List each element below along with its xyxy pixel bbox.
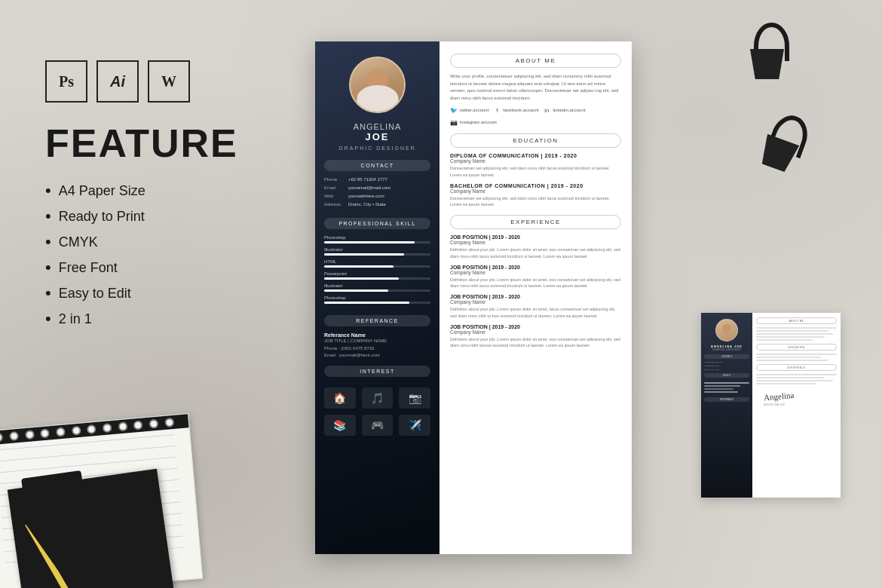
education-item-2: BACHELOR OF COMMUNICATION | 2019 - 2020 … xyxy=(450,183,621,208)
illustrator-icon: Ai xyxy=(96,60,139,103)
twitter-social: 🐦 twitter.account xyxy=(450,106,488,114)
skill-item: HTML xyxy=(324,259,430,268)
experience-section: EXPERIENCE JOB POSITION | 2019 - 2020 Co… xyxy=(450,215,621,348)
cv-thumbnail: ANGELINA JOE GRAPHIC DESIGNER CONTACT yo… xyxy=(701,313,841,498)
skills-header: PROFESSIONAL SKILL xyxy=(324,218,430,229)
thumb-contact-bar: CONTACT xyxy=(704,354,749,359)
interest-icon-5: 🎮 xyxy=(362,415,394,436)
skills-container: Photoshop Illustrator HTML Powerpoint Il… xyxy=(324,235,430,308)
experience-item-3: JOB POSITION | 2019 - 2020 Company Name … xyxy=(450,294,621,319)
thumb-ref-bar: REFERANCE xyxy=(704,397,749,402)
linkedin-icon: in xyxy=(543,106,550,114)
interest-icon-1: 🏠 xyxy=(324,387,356,409)
photoshop-icon: Ps xyxy=(45,60,87,103)
about-text: Write your profile, consectetuer adipisc… xyxy=(450,73,621,102)
skill-item: Illustrator xyxy=(324,247,430,256)
interests-grid: 🏠 🎵 📷 📚 🎮 ✈️ xyxy=(324,387,430,436)
interest-header: INTEREST xyxy=(324,366,430,377)
interest-icon-2: 🎵 xyxy=(362,387,394,409)
avatar xyxy=(349,57,406,113)
thumb-skills-bar: SKILLS xyxy=(704,373,749,378)
experience-item-2: JOB POSITION | 2019 - 2020 Company Name … xyxy=(450,265,621,289)
education-header: EDUCATION xyxy=(450,133,621,148)
thumb-edu-bar: EDUCATION xyxy=(756,344,837,351)
experience-header: EXPERIENCE xyxy=(450,215,621,229)
feature-item-3: CMYK xyxy=(45,232,294,252)
interest-icon-6: ✈️ xyxy=(399,415,430,436)
feature-item-6: 2 in 1 xyxy=(45,309,294,329)
feature-panel: Ps Ai W FEATURE A4 Paper Size Ready to P… xyxy=(45,60,294,335)
feature-title: FEATURE xyxy=(45,121,294,166)
binder-clip-top xyxy=(746,23,788,83)
interest-icon-3: 📷 xyxy=(399,387,430,409)
thumb-exp-bar: EXPERIENCE xyxy=(756,364,837,371)
about-section: ABOUT ME Write your profile, consectetue… xyxy=(450,54,621,126)
cv-main: ANGELINA JOE GRAPHIC DESIGNER CONTACT Ph… xyxy=(315,41,632,554)
facebook-icon: f xyxy=(493,106,501,114)
instagram-social: 📷 instagram.account xyxy=(450,118,497,126)
binder-clip-bottom xyxy=(752,108,812,179)
thumb-avatar xyxy=(715,319,738,341)
feature-list: A4 Paper Size Ready to Print CMYK Free F… xyxy=(45,181,294,329)
twitter-icon: 🐦 xyxy=(450,106,458,114)
experience-item-1: JOB POSITION | 2019 - 2020 Company Name … xyxy=(450,234,621,259)
linkedin-social: in linkedin.account xyxy=(543,106,585,114)
cv-right-panel: ABOUT ME Write your profile, consectetue… xyxy=(439,41,632,554)
feature-item-1: A4 Paper Size xyxy=(45,181,294,201)
instagram-icon: 📷 xyxy=(450,118,458,126)
social-row: 🐦 twitter.account f facebook.account in … xyxy=(450,106,621,126)
contact-info: Phone +62 85 71304 1777 Email youremail@… xyxy=(324,177,430,210)
facebook-social: f facebook.account xyxy=(493,106,538,114)
cv-left-panel: ANGELINA JOE GRAPHIC DESIGNER CONTACT Ph… xyxy=(315,41,439,554)
skill-item: Powerpoint xyxy=(324,271,430,280)
cv-name: ANGELINA JOE xyxy=(354,122,402,142)
thumb-subtitle: GRAPHIC DESIGNER xyxy=(701,348,752,351)
education-item-1: DIPLOMA OF COMMUNICATION | 2019 - 2020 C… xyxy=(450,153,621,178)
feature-item-5: Easy to Edit xyxy=(45,283,294,303)
referance-section: Referance Name JOB TITLE | COMPANY NAME … xyxy=(324,332,430,360)
thumb-info-3: Distric, City • State xyxy=(701,368,752,372)
feature-item-4: Free Font xyxy=(45,258,294,277)
skill-item: Illustrator xyxy=(324,283,430,292)
cv-job-title: GRAPHIC DESIGNER xyxy=(338,145,415,151)
experience-item-4: JOB POSITION | 2019 - 2020 Company Name … xyxy=(450,324,621,349)
about-header: ABOUT ME xyxy=(450,54,621,68)
feature-item-2: Ready to Print xyxy=(45,207,294,226)
referance-header: REFERANCE xyxy=(324,315,430,326)
education-section: EDUCATION DIPLOMA OF COMMUNICATION | 201… xyxy=(450,133,621,207)
contact-header: CONTACT xyxy=(324,160,430,171)
skill-item: Photoshop xyxy=(324,235,430,243)
skill-item: Photoshop xyxy=(324,296,430,304)
software-icons: Ps Ai W xyxy=(45,60,294,103)
interest-icon-4: 📚 xyxy=(324,415,356,436)
cv-thumb-right: ABOUT ME EDUCATION EXPERIENCE Angelina A… xyxy=(752,313,841,498)
cv-thumb-left: ANGELINA JOE GRAPHIC DESIGNER CONTACT yo… xyxy=(701,313,752,498)
word-icon: W xyxy=(148,60,190,103)
thumb-about-bar: ABOUT ME xyxy=(756,317,837,324)
